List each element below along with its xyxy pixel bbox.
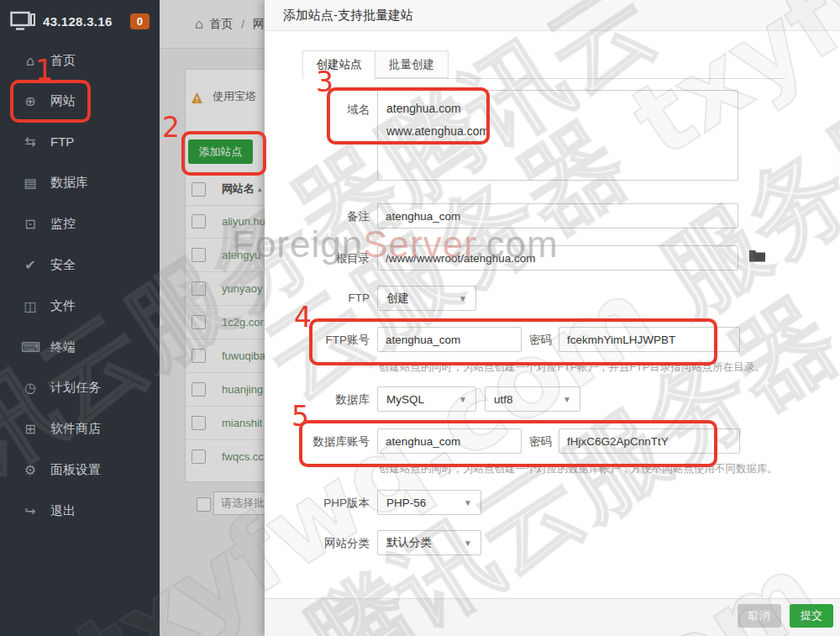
sidebar-item-label: FTP xyxy=(50,134,74,149)
sidebar-item-database[interactable]: ▤数据库 xyxy=(0,166,160,199)
chevron-down-icon: ▼ xyxy=(459,294,467,303)
ftp-label: FTP xyxy=(277,292,370,304)
gear-icon: ⚙ xyxy=(21,462,39,478)
sidebar-header: 43.128.3.16 0 xyxy=(0,0,160,42)
modal-title: 添加站点-支持批量建站 xyxy=(283,0,413,30)
submit-button[interactable]: 提交 xyxy=(790,604,833,628)
sidebar-item-label: 软件商店 xyxy=(50,421,101,437)
db-account-label: 数据库账号 xyxy=(277,434,370,449)
cancel-button[interactable]: 取消 xyxy=(738,604,781,628)
sidebar-item-label: 数据库 xyxy=(50,175,88,191)
domain-label: 域名 xyxy=(277,102,370,118)
sidebar-item-label: 网站 xyxy=(50,93,76,109)
note-label: 备注 xyxy=(277,209,370,224)
sidebar-item-label: 首页 xyxy=(50,53,76,69)
db-account-input[interactable] xyxy=(377,428,522,454)
sidebar-item-cron[interactable]: ◷计划任务 xyxy=(0,371,160,404)
site-category-value: 默认分类 xyxy=(386,535,432,550)
ftp-transfer-icon: ⇆ xyxy=(21,134,39,150)
ftp-account-input[interactable] xyxy=(377,327,522,352)
chevron-down-icon: ▼ xyxy=(464,498,472,507)
screen: 43.128.3.16 0 ⌂首页 ⊕网站 ⇆FTP ▤数据库 ⊡监控 ✔安全 … xyxy=(0,0,840,636)
ftp-mode-value: 创建 xyxy=(386,291,409,306)
sidebar-item-label: 安全 xyxy=(50,257,76,273)
sidebar-item-label: 终端 xyxy=(50,339,76,355)
database-charset-select[interactable]: utf8 ▼ xyxy=(485,386,580,412)
site-category-label: 网站分类 xyxy=(277,536,370,551)
sidebar-item-appstore[interactable]: ⊞软件商店 xyxy=(0,412,160,445)
site-category-select[interactable]: 默认分类 ▼ xyxy=(377,530,481,555)
database-label: 数据库 xyxy=(277,392,370,407)
sidebar-item-label: 退出 xyxy=(50,503,76,519)
sidebar-item-security[interactable]: ✔安全 xyxy=(0,248,160,281)
sidebar-item-settings[interactable]: ⚙面板设置 xyxy=(0,453,160,486)
sidebar-item-label: 文件 xyxy=(50,298,76,314)
chevron-down-icon: ▼ xyxy=(464,539,472,548)
sidebar-item-terminal[interactable]: ⌨终端 xyxy=(0,330,160,364)
add-site-modal: 添加站点-支持批量建站 创建站点 批量创建 域名 atenghua.com ww… xyxy=(265,0,840,636)
database-type-select[interactable]: MySQL ▼ xyxy=(377,386,476,412)
note-input[interactable] xyxy=(377,203,738,229)
db-password-label: 密码 xyxy=(517,434,552,449)
grid-appstore-icon: ⊞ xyxy=(21,421,39,437)
modal-title-bar: 添加站点-支持批量建站 xyxy=(265,0,840,31)
php-version-value: PHP-56 xyxy=(386,497,426,509)
home-icon: ⌂ xyxy=(21,53,39,69)
ftp-account-label: FTP账号 xyxy=(277,333,370,348)
ftp-mode-select[interactable]: 创建 ▼ xyxy=(377,286,476,311)
monitor-icon: ⊡ xyxy=(21,216,39,232)
db-help-text: 创建站点的同时，为站点创建一个对应的数据库帐户，方便不同站点使用不同数据库。 xyxy=(379,462,778,476)
server-monitor-icon xyxy=(10,11,35,31)
sidebar-item-home[interactable]: ⌂首页 xyxy=(0,44,160,77)
sidebar-item-files[interactable]: ◫文件 xyxy=(0,289,160,323)
ftp-help-text: 创建站点的同时，为站点创建一个对应FTP帐户，并且FTP目录指向站点所在目录。 xyxy=(379,360,765,375)
sidebar: 43.128.3.16 0 ⌂首页 ⊕网站 ⇆FTP ▤数据库 ⊡监控 ✔安全 … xyxy=(0,0,160,636)
database-icon: ▤ xyxy=(21,175,39,191)
ftp-password-input[interactable] xyxy=(559,327,740,352)
tab-batch-create[interactable]: 批量创建 xyxy=(375,50,449,78)
db-password-input[interactable] xyxy=(559,428,740,454)
website-globe-icon: ⊕ xyxy=(21,93,39,109)
security-shield-icon: ✔ xyxy=(21,257,39,273)
sidebar-item-ftp[interactable]: ⇆FTP xyxy=(0,124,160,158)
chevron-down-icon: ▼ xyxy=(563,395,571,404)
sidebar-item-label: 面板设置 xyxy=(50,462,101,478)
sidebar-item-logout[interactable]: ↪退出 xyxy=(0,494,160,528)
database-type-value: MySQL xyxy=(386,393,424,406)
root-dir-input[interactable] xyxy=(377,245,738,271)
tab-create-site[interactable]: 创建站点 xyxy=(302,50,375,79)
chevron-down-icon: ▼ xyxy=(459,395,467,404)
root-dir-label: 根目录 xyxy=(277,251,370,266)
folder-icon: ◫ xyxy=(21,298,39,314)
message-count-badge[interactable]: 0 xyxy=(130,13,150,29)
clock-icon: ◷ xyxy=(21,380,39,396)
database-charset-value: utf8 xyxy=(494,393,513,406)
server-ip: 43.128.3.16 xyxy=(43,14,113,29)
terminal-icon: ⌨ xyxy=(21,339,39,355)
sidebar-item-website[interactable]: ⊕网站 xyxy=(0,84,160,118)
sidebar-item-label: 计划任务 xyxy=(50,380,101,396)
domain-textarea[interactable]: atenghua.com www.atenghua.com xyxy=(377,90,738,181)
php-version-label: PHP版本 xyxy=(277,496,370,511)
sidebar-item-label: 监控 xyxy=(50,216,76,232)
browse-folder-icon[interactable] xyxy=(748,249,766,265)
php-version-select[interactable]: PHP-56 ▼ xyxy=(377,490,481,515)
sidebar-item-monitor[interactable]: ⊡监控 xyxy=(0,207,160,240)
logout-icon: ↪ xyxy=(21,503,39,519)
ftp-password-label: 密码 xyxy=(517,333,552,348)
